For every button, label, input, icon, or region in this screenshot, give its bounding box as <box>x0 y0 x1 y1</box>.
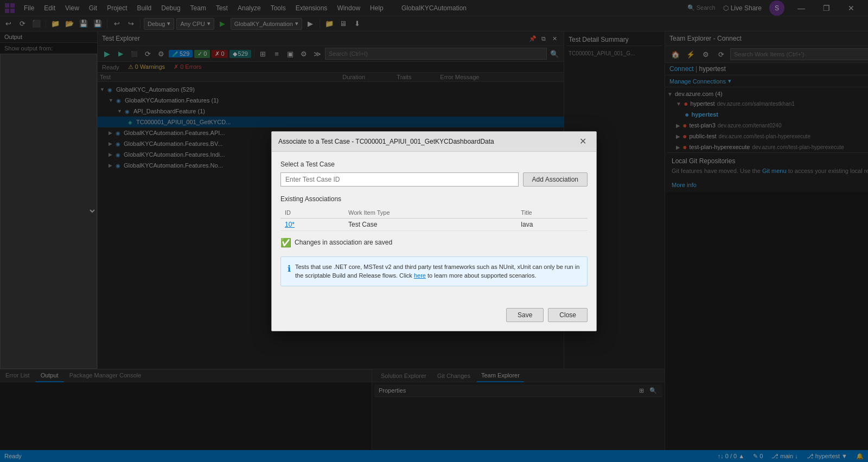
close-button[interactable]: Close <box>548 308 588 322</box>
info-here-link[interactable]: here <box>414 272 426 279</box>
existing-associations-label: Existing Associations <box>280 195 588 203</box>
success-icon: ✅ <box>280 238 291 248</box>
cell-title: lava <box>516 218 588 230</box>
success-row: ✅ Changes in association are saved <box>280 238 588 248</box>
modal-body: Select a Test Case Add Association Exist… <box>272 152 596 304</box>
assoc-id-link[interactable]: 10* <box>285 221 295 228</box>
modal-close-button[interactable]: ✕ <box>576 136 590 147</box>
save-button[interactable]: Save <box>506 308 544 322</box>
info-text: Tests that use .NET core, MSTest v2 and … <box>295 262 580 280</box>
associate-modal: Associate to a Test Case - TC000001_APIU… <box>271 131 597 331</box>
select-test-case-label: Select a Test Case <box>280 161 588 168</box>
associations-table: ID Work Item Type Title 10* Test Case la… <box>280 207 588 231</box>
success-message: Changes in association are saved <box>295 239 392 246</box>
modal-overlay: Associate to a Test Case - TC000001_APIU… <box>0 0 868 462</box>
table-row: 10* Test Case lava <box>280 218 588 230</box>
modal-header: Associate to a Test Case - TC000001_APIU… <box>272 132 596 152</box>
test-case-id-input[interactable] <box>280 172 519 187</box>
modal-title: Associate to a Test Case - TC000001_APIU… <box>278 138 576 145</box>
info-box: ℹ Tests that use .NET core, MSTest v2 an… <box>280 256 588 286</box>
col-type-header: Work Item Type <box>344 207 516 219</box>
info-icon: ℹ <box>288 262 291 280</box>
col-title-header: Title <box>516 207 588 219</box>
cell-type: Test Case <box>344 218 516 230</box>
modal-input-row: Add Association <box>280 172 588 187</box>
col-id-header: ID <box>280 207 344 219</box>
modal-footer: Save Close <box>272 304 596 331</box>
cell-id: 10* <box>280 218 344 230</box>
add-association-button[interactable]: Add Association <box>523 172 588 187</box>
